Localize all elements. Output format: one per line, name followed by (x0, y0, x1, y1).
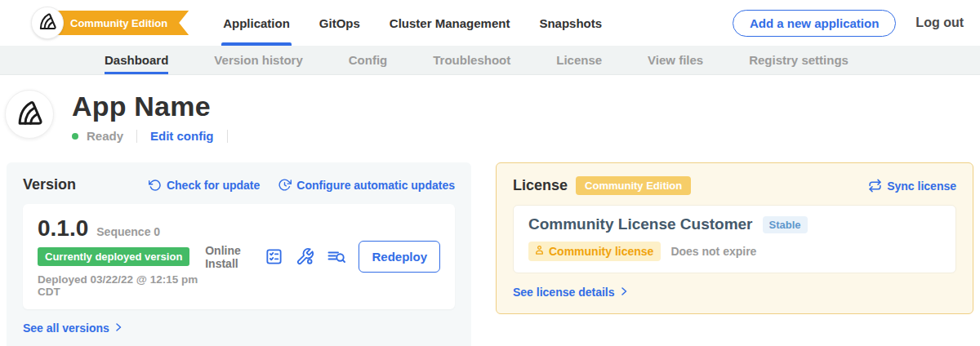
configure-automatic-updates-link[interactable]: Configure automatic updates (278, 178, 455, 192)
version-actions: Online Install (205, 241, 440, 273)
app-icon (5, 90, 54, 139)
install-type-label: Online Install (205, 244, 251, 270)
view-diff-icon[interactable] (327, 247, 346, 267)
tab-cluster-management[interactable]: Cluster Management (390, 0, 510, 46)
subnav-config[interactable]: Config (349, 46, 387, 74)
currently-deployed-badge: Currently deployed version (38, 247, 189, 266)
version-number: 0.1.0 (38, 215, 88, 242)
check-update-icon (149, 179, 162, 192)
configure-updates-icon (278, 178, 292, 192)
check-for-update-link[interactable]: Check for update (149, 179, 260, 192)
add-new-application-button[interactable]: Add a new application (733, 10, 896, 37)
redeploy-button[interactable]: Redeploy (359, 241, 440, 273)
license-type-badge: Community license (528, 242, 661, 261)
app-status-row: Ready Edit config (72, 129, 233, 143)
subnav-version-history[interactable]: Version history (214, 46, 302, 74)
channel-badge: Stable (763, 216, 808, 233)
sync-license-label: Sync license (887, 180, 956, 193)
dashboard-cards: Version Check for update (0, 162, 980, 346)
community-edition-badge: Community Edition (576, 176, 691, 195)
config-wrench-icon[interactable] (296, 247, 314, 266)
app-header: App Name Ready Edit config (0, 75, 980, 143)
see-all-versions-label: See all versions (23, 322, 109, 335)
top-tabs: Application GitOps Cluster Management Sn… (223, 0, 602, 46)
app-name-heading: App Name (72, 91, 233, 122)
replicated-logo-icon (37, 11, 58, 35)
user-icon (534, 245, 545, 258)
subnav-dashboard[interactable]: Dashboard (105, 46, 168, 74)
top-navbar: Community Edition Application GitOps Clu… (0, 0, 980, 46)
sync-icon (868, 179, 882, 193)
version-info: 0.1.0 Sequence 0 Currently deployed vers… (38, 215, 205, 298)
tab-gitops[interactable]: GitOps (319, 0, 360, 46)
chevron-right-icon (619, 286, 629, 299)
license-card: License Community Edition Sync license (496, 162, 973, 314)
community-edition-banner: Community Edition (49, 11, 189, 35)
app-title-block: App Name Ready Edit config (72, 90, 233, 143)
replicated-logo-icon (14, 97, 45, 131)
app-subnav: Dashboard Version history Config Trouble… (0, 46, 980, 75)
check-for-update-label: Check for update (167, 179, 260, 192)
subnav-view-files[interactable]: View files (648, 46, 703, 74)
subnav-license[interactable]: License (556, 46, 602, 74)
replicated-logo-badge[interactable] (31, 7, 64, 39)
license-details-panel: Community License Customer Stable Commun… (513, 205, 956, 273)
tab-snapshots[interactable]: Snapshots (539, 0, 602, 46)
version-number-row: 0.1.0 Sequence 0 (38, 215, 205, 242)
topbar-right: Add a new application Log out (733, 10, 964, 37)
customer-row: Community License Customer Stable (528, 215, 941, 233)
chevron-right-icon (114, 322, 123, 335)
logout-link[interactable]: Log out (915, 16, 964, 30)
sync-license-link[interactable]: Sync license (868, 179, 956, 193)
tab-application[interactable]: Application (223, 0, 290, 46)
license-type-label: Community license (549, 245, 653, 258)
license-card-header: License Community Edition Sync license (513, 176, 956, 195)
admin-console-page: Community Edition Application GitOps Clu… (0, 0, 980, 346)
status-text: Ready (87, 129, 123, 143)
status-ready-dot (72, 133, 78, 140)
expiry-text: Does not expire (670, 245, 756, 258)
see-license-details-label: See license details (513, 286, 615, 299)
subnav-troubleshoot[interactable]: Troubleshoot (433, 46, 510, 74)
license-meta-row: Community license Does not expire (528, 242, 941, 261)
license-card-actions: Sync license (868, 179, 956, 193)
deployed-timestamp: Deployed 03/22/22 @ 12:15 pm CDT (38, 273, 205, 298)
subnav-registry-settings[interactable]: Registry settings (749, 46, 849, 74)
license-card-title: License (513, 177, 568, 194)
version-card: Version Check for update (7, 162, 471, 346)
customer-name: Community License Customer (528, 215, 753, 233)
preflight-checks-icon[interactable] (265, 247, 283, 266)
divider (136, 130, 137, 143)
version-card-title: Version (23, 176, 76, 193)
see-all-versions-link[interactable]: See all versions (23, 322, 123, 335)
sequence-label: Sequence 0 (96, 225, 160, 238)
version-card-header: Version Check for update (23, 176, 455, 193)
version-card-actions: Check for update Configure automatic upd… (149, 178, 455, 192)
brand: Community Edition (31, 7, 189, 39)
current-version-panel: 0.1.0 Sequence 0 Currently deployed vers… (23, 204, 455, 309)
see-license-details-link[interactable]: See license details (513, 286, 629, 299)
edit-config-link[interactable]: Edit config (150, 129, 214, 143)
divider (227, 130, 228, 143)
configure-automatic-updates-label: Configure automatic updates (296, 179, 455, 192)
